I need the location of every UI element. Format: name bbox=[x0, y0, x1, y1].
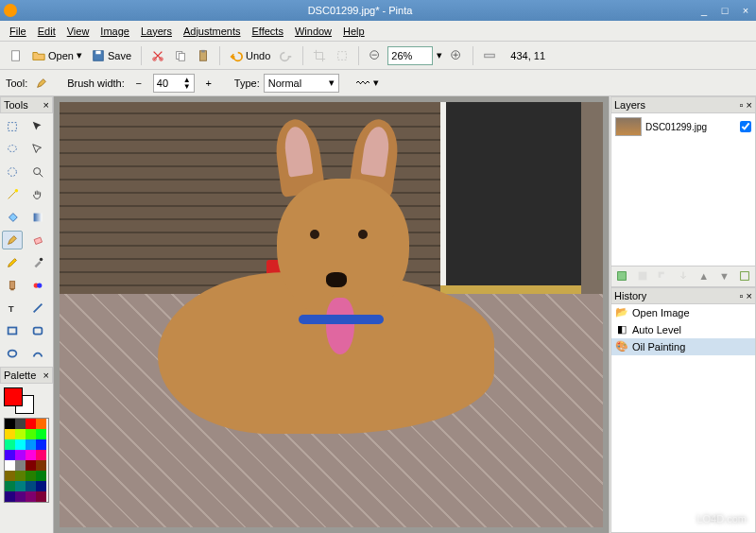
palette-color[interactable] bbox=[15, 419, 26, 429]
menu-view[interactable]: View bbox=[61, 24, 95, 39]
layer-row[interactable]: DSC01299.jpg bbox=[611, 113, 755, 140]
layer-properties-button[interactable] bbox=[737, 268, 752, 284]
crop-button[interactable] bbox=[309, 45, 330, 66]
tool-gradient[interactable] bbox=[27, 208, 48, 227]
brush-width-plus[interactable]: + bbox=[198, 73, 219, 94]
palette-color[interactable] bbox=[26, 419, 36, 429]
palette-color[interactable] bbox=[15, 471, 26, 481]
tool-pan[interactable] bbox=[27, 185, 48, 204]
chevron-down-icon[interactable]: ▾ bbox=[373, 77, 379, 89]
save-button[interactable]: Save bbox=[88, 45, 135, 66]
palette-close-icon[interactable]: × bbox=[43, 370, 49, 381]
maximize-button[interactable]: □ bbox=[718, 4, 731, 17]
canvas-area[interactable] bbox=[53, 96, 610, 533]
move-down-button[interactable]: ▼ bbox=[717, 268, 732, 284]
brush-type-combo[interactable]: Normal▾ bbox=[264, 74, 339, 93]
palette-color[interactable] bbox=[5, 460, 15, 471]
tool-ellipse-select[interactable] bbox=[2, 163, 23, 181]
copy-button[interactable] bbox=[170, 45, 191, 66]
layer-visible-checkbox[interactable] bbox=[740, 121, 751, 132]
palette-color[interactable] bbox=[26, 439, 36, 450]
palette-color[interactable] bbox=[15, 460, 26, 471]
paste-button[interactable] bbox=[193, 45, 214, 66]
layers-float-icon[interactable]: ▫ bbox=[740, 99, 744, 111]
new-button[interactable] bbox=[6, 45, 26, 66]
layers-close-icon[interactable]: × bbox=[747, 99, 752, 111]
history-item[interactable]: 🎨Oil Painting bbox=[611, 338, 755, 355]
tool-clone[interactable] bbox=[2, 276, 23, 295]
menu-image[interactable]: Image bbox=[94, 24, 135, 39]
zoom-input[interactable] bbox=[387, 46, 433, 65]
palette-color[interactable] bbox=[15, 439, 26, 450]
menu-adjustments[interactable]: Adjustments bbox=[178, 24, 247, 39]
menu-edit[interactable]: Edit bbox=[32, 24, 61, 39]
history-close-icon[interactable]: × bbox=[747, 290, 752, 301]
menu-window[interactable]: Window bbox=[289, 24, 337, 39]
tool-freeform[interactable] bbox=[27, 344, 48, 363]
tool-magic-wand[interactable] bbox=[2, 185, 23, 204]
tools-close-icon[interactable]: × bbox=[43, 99, 49, 111]
tool-rounded-rect[interactable] bbox=[27, 321, 48, 340]
palette-color[interactable] bbox=[26, 450, 36, 460]
undo-button[interactable]: Undo bbox=[226, 45, 274, 66]
palette-color[interactable] bbox=[15, 481, 26, 491]
duplicate-layer-button[interactable] bbox=[655, 268, 670, 284]
minimize-button[interactable]: _ bbox=[697, 4, 711, 17]
palette-color[interactable] bbox=[36, 429, 46, 439]
tool-text[interactable]: T bbox=[2, 299, 23, 318]
palette-color[interactable] bbox=[26, 429, 36, 439]
palette-color[interactable] bbox=[5, 439, 15, 450]
palette-color[interactable] bbox=[36, 471, 46, 481]
tool-ellipse[interactable] bbox=[2, 344, 23, 363]
tool-zoom[interactable] bbox=[27, 163, 48, 181]
palette-color[interactable] bbox=[26, 481, 36, 491]
palette-color[interactable] bbox=[36, 450, 46, 460]
ruler-toggle-button[interactable] bbox=[479, 45, 500, 66]
tool-eraser[interactable] bbox=[27, 231, 48, 249]
palette-color[interactable] bbox=[5, 450, 15, 460]
current-tool-icon[interactable] bbox=[31, 73, 52, 94]
palette-color[interactable] bbox=[15, 429, 26, 439]
palette-color[interactable] bbox=[36, 439, 46, 450]
tool-rect[interactable] bbox=[2, 321, 23, 340]
tool-move-selection[interactable] bbox=[27, 140, 48, 159]
zoom-in-button[interactable] bbox=[446, 45, 467, 66]
chevron-down-icon[interactable]: ▾ bbox=[435, 49, 444, 61]
deselect-button[interactable] bbox=[332, 45, 352, 66]
tool-paintbrush[interactable] bbox=[2, 231, 23, 249]
cut-button[interactable] bbox=[147, 45, 168, 66]
palette-color[interactable] bbox=[5, 429, 15, 439]
palette-color[interactable] bbox=[5, 481, 15, 491]
tool-lasso[interactable] bbox=[2, 140, 23, 159]
tool-recolor[interactable] bbox=[27, 276, 48, 295]
palette-color[interactable] bbox=[36, 460, 46, 471]
palette-color[interactable] bbox=[5, 419, 15, 429]
menu-help[interactable]: Help bbox=[337, 24, 370, 39]
history-float-icon[interactable]: ▫ bbox=[740, 290, 744, 301]
palette-color[interactable] bbox=[36, 481, 46, 491]
color-swatches[interactable] bbox=[4, 387, 38, 414]
tool-line[interactable] bbox=[27, 299, 48, 318]
add-layer-button[interactable] bbox=[614, 268, 629, 284]
palette-color[interactable] bbox=[36, 419, 46, 429]
menu-effects[interactable]: Effects bbox=[247, 24, 289, 39]
palette-color[interactable] bbox=[26, 491, 36, 502]
palette-color[interactable] bbox=[15, 450, 26, 460]
history-item[interactable]: 📂Open Image bbox=[611, 304, 755, 321]
foreground-color[interactable] bbox=[4, 387, 23, 406]
close-button[interactable]: × bbox=[739, 4, 752, 17]
palette-color[interactable] bbox=[5, 491, 15, 502]
tool-color-picker[interactable] bbox=[27, 253, 48, 272]
tool-rect-select[interactable] bbox=[2, 117, 23, 136]
redo-button[interactable] bbox=[276, 45, 297, 66]
menu-file[interactable]: File bbox=[4, 24, 32, 39]
palette-color[interactable] bbox=[15, 491, 26, 502]
tool-move[interactable] bbox=[27, 117, 48, 136]
palette-color[interactable] bbox=[26, 471, 36, 481]
palette-color[interactable] bbox=[26, 460, 36, 471]
palette-color[interactable] bbox=[5, 471, 15, 481]
zoom-out-button[interactable] bbox=[365, 45, 386, 66]
move-up-button[interactable]: ▲ bbox=[696, 268, 712, 284]
open-button[interactable]: Open ▾ bbox=[28, 45, 86, 66]
merge-down-button[interactable] bbox=[676, 268, 691, 284]
